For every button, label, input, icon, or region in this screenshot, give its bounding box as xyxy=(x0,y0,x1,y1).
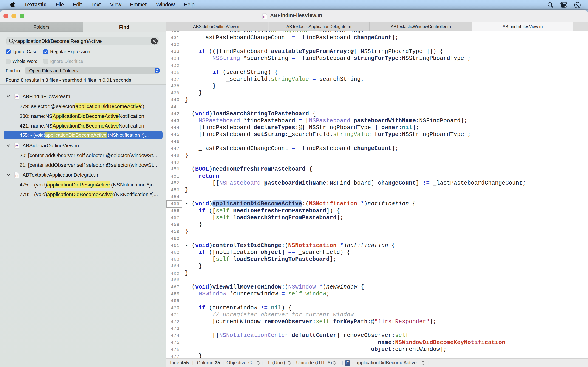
svg-text:m: m xyxy=(15,173,18,177)
svg-text:m: m xyxy=(15,95,18,99)
svg-text:m: m xyxy=(15,144,18,148)
svg-text:m: m xyxy=(263,15,267,18)
